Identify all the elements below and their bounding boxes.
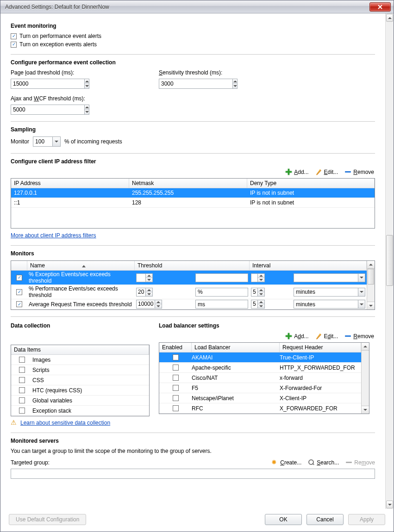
plus-icon [285, 333, 292, 340]
table-row[interactable]: % Performance Events/sec exceeds thresho… [11, 285, 367, 299]
col-interval[interactable]: Interval [250, 261, 367, 270]
close-button[interactable] [369, 2, 391, 12]
monitors-grid: Name Threshold Interval % Exception Even… [11, 260, 375, 310]
threshold-input[interactable]: 20 [136, 288, 153, 297]
checkbox-icon[interactable] [19, 387, 25, 393]
col-request-header[interactable]: Request Header [280, 343, 361, 352]
section-sampling: Sampling [11, 126, 375, 133]
checkbox-icon[interactable] [173, 365, 179, 371]
spin-down[interactable] [85, 84, 89, 89]
checkbox-icon[interactable] [16, 275, 22, 281]
scroll-thumb[interactable] [386, 235, 393, 286]
cancel-button[interactable]: Cancel [306, 514, 344, 525]
interval-unit-select[interactable]: minutes [294, 288, 365, 297]
checkbox-icon[interactable] [173, 405, 179, 411]
col-name[interactable]: Name [27, 261, 135, 270]
spin-up[interactable] [85, 79, 89, 84]
col-threshold[interactable]: Threshold [135, 261, 250, 270]
dialog-window: Advanced Settings: Default for DinnerNow… [0, 0, 394, 532]
add-button[interactable]: Add... [285, 333, 308, 340]
link-sensitive-data[interactable]: Learn about sensitive data collection [20, 420, 110, 426]
spin-up[interactable] [85, 105, 89, 110]
table-row[interactable]: % Exception Events/sec exceeds threshold… [11, 271, 367, 285]
table-row[interactable]: 127.0.0.1255.255.255.255IP is not in sub… [11, 188, 375, 198]
list-item[interactable]: Scripts [11, 365, 149, 375]
input-value[interactable] [159, 79, 232, 88]
link-ip-filter-help[interactable]: More about client IP address filters [11, 232, 96, 239]
input-sensitivity-threshold[interactable] [159, 79, 238, 89]
lb-scrollbar[interactable] [361, 343, 369, 414]
add-button[interactable]: Add... [285, 168, 308, 175]
col-netmask[interactable]: Netmask [129, 179, 247, 188]
table-row[interactable]: Netscape/iPlanetX-Client-IP [159, 393, 361, 403]
spin-up[interactable] [233, 79, 237, 84]
checkbox-perf-alerts[interactable]: Turn on performance event alerts [11, 33, 375, 39]
threshold-input[interactable]: 15 [136, 273, 153, 282]
checkbox-icon[interactable] [19, 377, 25, 383]
remove-button[interactable]: Remove [344, 168, 374, 175]
checkbox-icon[interactable] [173, 385, 179, 391]
monitored-servers-desc: You can target a group to limit the scop… [11, 448, 375, 454]
table-row[interactable]: RFCX_FORWARDED_FOR [159, 403, 361, 414]
create-button[interactable]: Create... [271, 459, 301, 466]
spin-down[interactable] [85, 110, 89, 115]
spin-down[interactable] [233, 84, 237, 89]
list-item[interactable]: HTC (requires CSS) [11, 385, 149, 396]
checkbox-icon [11, 42, 17, 48]
table-row[interactable]: ::1128IP is not in subnet [11, 198, 375, 208]
table-row[interactable]: AKAMAITrue-Client-IP [159, 353, 361, 363]
interval-input[interactable]: 5 [251, 288, 265, 297]
list-item[interactable]: Images [11, 355, 149, 365]
col-ip[interactable]: IP Address [11, 179, 129, 188]
input-ajax-wcf-threshold[interactable] [11, 105, 89, 115]
input-value[interactable] [11, 105, 84, 114]
checkbox-icon[interactable] [173, 354, 179, 360]
table-row[interactable]: Apache-specificHTTP_X_FORWARDED_FOR [159, 363, 361, 373]
col-data-items[interactable]: Data Items [11, 345, 149, 354]
threshold-input[interactable]: 10000 [136, 300, 162, 309]
input-page-load-threshold[interactable] [11, 79, 89, 89]
col-check[interactable] [11, 261, 27, 270]
monitors-scrollbar[interactable] [367, 261, 375, 309]
col-denytype[interactable]: Deny Type [247, 179, 375, 188]
list-item[interactable]: Global variables [11, 396, 149, 406]
checkbox-icon[interactable] [173, 395, 179, 401]
search-button[interactable]: Search... [308, 459, 339, 466]
edit-button[interactable]: Edit... [315, 168, 338, 175]
checkbox-icon[interactable] [19, 408, 25, 414]
scroll-down-icon[interactable] [367, 302, 375, 309]
remove-button[interactable]: Remove [344, 333, 374, 340]
table-row[interactable]: Average Request Time exceeds threshold10… [11, 299, 367, 309]
interval-unit-select[interactable]: minutes [294, 300, 365, 309]
data-items-grid: Data Items ImagesScriptsCSSHTC (requires… [11, 345, 150, 416]
ok-button[interactable]: OK [265, 514, 302, 525]
checkbox-icon[interactable] [16, 289, 22, 295]
targeted-group-input[interactable] [11, 469, 375, 479]
edit-button[interactable]: Edit... [315, 333, 338, 340]
scroll-up-icon[interactable] [386, 14, 393, 22]
interval-unit-select[interactable]: minutes [294, 273, 365, 282]
scroll-thumb[interactable] [368, 269, 374, 285]
input-value[interactable] [11, 79, 84, 88]
list-item[interactable]: Exception stack [11, 406, 149, 416]
col-loadbalancer[interactable]: Load Balancer [192, 343, 280, 352]
scroll-down-icon[interactable] [386, 501, 393, 508]
select-sampling-pct[interactable]: 100 [33, 136, 61, 147]
col-enabled[interactable]: Enabled [159, 343, 192, 352]
table-row[interactable]: F5X-Forwarded-For [159, 383, 361, 393]
section-monitored-servers: Monitored servers [11, 438, 375, 444]
list-item[interactable]: CSS [11, 375, 149, 385]
table-row[interactable]: Cisco/NATx-forward [159, 373, 361, 383]
checkbox-icon[interactable] [19, 357, 25, 363]
scroll-up-icon[interactable] [367, 261, 375, 269]
interval-input[interactable]: 5 [251, 300, 265, 309]
checkbox-icon[interactable] [19, 367, 25, 373]
scroll-up-icon[interactable] [362, 343, 369, 351]
main-scrollbar[interactable] [385, 13, 394, 509]
checkbox-exception-alerts[interactable]: Turn on exception events alerts [11, 41, 375, 48]
scroll-down-icon[interactable] [362, 406, 369, 414]
checkbox-icon[interactable] [16, 301, 22, 307]
checkbox-icon[interactable] [19, 397, 25, 403]
interval-input[interactable]: 5 [251, 273, 265, 282]
checkbox-icon[interactable] [173, 375, 179, 381]
